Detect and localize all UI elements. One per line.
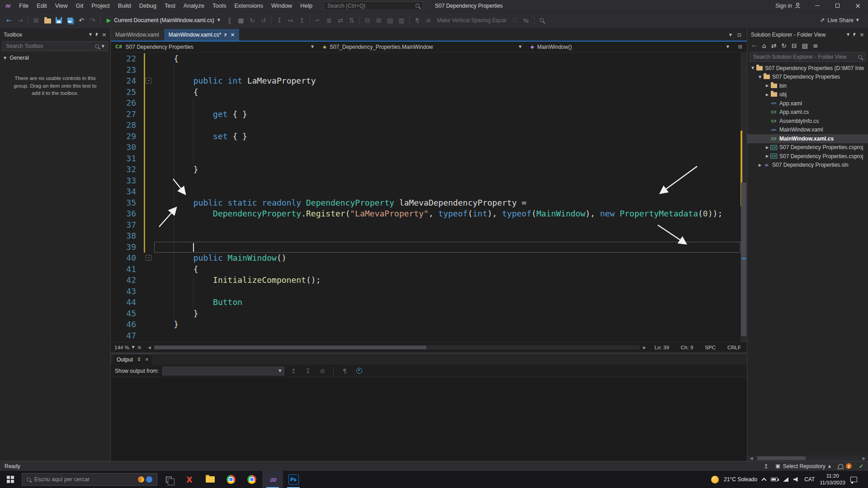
line-ending-indicator[interactable]: CRLF — [722, 345, 747, 350]
pin-icon[interactable] — [225, 33, 226, 37]
chevron-right-icon[interactable]: ▶ — [764, 154, 770, 158]
solution-explorer-horizontal-scrollbar[interactable]: ◀ ▶ — [747, 455, 868, 461]
tree-item-app-xaml-cs[interactable]: C#App.xaml.cs — [747, 108, 868, 117]
tree-item-mainwindow-xaml-cs[interactable]: C#MainWindow.xaml.cs — [747, 134, 868, 143]
code-line-26[interactable]: 26 — [111, 98, 741, 109]
sign-in-button[interactable]: Sign in — [769, 3, 807, 9]
class-dropdown[interactable]: ◈ S07_Dependency_Properties.MainWindow ▼ — [318, 42, 526, 52]
network-icon[interactable] — [783, 477, 788, 482]
sort-icon[interactable]: ⇅ — [346, 14, 357, 26]
tree-item-bin[interactable]: ▶bin — [747, 81, 868, 90]
taskbar-search-input[interactable]: Escriu aquí per cercar — [22, 473, 157, 486]
menu-debug[interactable]: Debug — [135, 0, 160, 11]
menu-help[interactable]: Help — [296, 0, 316, 11]
code-line-37[interactable]: 37 — [111, 220, 741, 231]
step-out-icon[interactable]: ↥ — [297, 14, 307, 26]
code-line-35[interactable]: 35 public static readonly DependencyProp… — [111, 197, 741, 209]
code-line-42[interactable]: 42 InitializeComponent(); — [111, 275, 741, 286]
zoom-control[interactable]: 144 % ▼ ◉ — [111, 344, 145, 350]
switch-views-icon[interactable]: ⇄ — [771, 42, 777, 49]
menu-build[interactable]: Build — [114, 0, 135, 11]
output-source-dropdown[interactable]: ▼ — [162, 366, 284, 375]
menu-git[interactable]: Git — [72, 0, 88, 11]
publish-icon[interactable]: ↥ — [764, 463, 768, 469]
menu-window[interactable]: Window — [267, 0, 296, 11]
tree-item-s07-dependency-properties-csproj[interactable]: ▶C#S07 Dependency Properties.csproj — [747, 143, 868, 152]
scrollbar-thumb[interactable] — [757, 456, 806, 460]
open-folder-icon[interactable] — [42, 14, 53, 26]
task-view-button[interactable] — [158, 471, 179, 488]
menu-file[interactable]: File — [15, 0, 33, 11]
tree-item-s07-dependency-properties-csproj[interactable]: ▶C#S07 Dependency Properties.csproj — [747, 152, 868, 161]
scrollbar-thumb[interactable] — [741, 183, 746, 336]
zoom-tool-icon[interactable] — [537, 14, 547, 26]
close-icon[interactable]: × — [859, 31, 864, 38]
pause-icon[interactable]: ‖ — [224, 14, 235, 26]
toolbox-group-general[interactable]: ▼ General — [0, 52, 110, 64]
close-icon[interactable]: × — [230, 32, 235, 38]
code-line-34[interactable]: 34 — [111, 186, 741, 197]
refresh-icon[interactable]: ↻ — [781, 42, 787, 49]
chevron-down-icon[interactable]: ▼ — [89, 33, 92, 37]
code-line-46[interactable]: 46 } — [111, 319, 741, 330]
next-message-icon[interactable]: ↧ — [302, 365, 313, 377]
scrollbar-thumb[interactable] — [154, 346, 426, 349]
code-line-40[interactable]: 40- public MainWindow() — [111, 253, 741, 264]
code-line-36[interactable]: 36 DependencyProperty.Register("LaMevaPr… — [111, 208, 741, 220]
tree-item-s07-dependency-properties[interactable]: ▼S07 Dependency Properties — [747, 73, 868, 82]
start-button[interactable] — [0, 471, 21, 488]
restart-icon[interactable]: ↻ — [247, 14, 258, 26]
taskbar-visual-studio-button[interactable]: ∞ — [262, 471, 283, 488]
scroll-right-icon[interactable]: ▶ — [860, 456, 868, 460]
chevron-down-icon[interactable]: ▼ — [757, 75, 763, 79]
save-all-icon[interactable] — [65, 14, 75, 26]
toolbox-search-input[interactable]: Search Toolbox ▼ — [2, 41, 108, 51]
tree-item-mainwindow-xaml[interactable]: </>MainWindow.xaml — [747, 126, 868, 135]
dock-icon[interactable]: ⇕ — [137, 357, 141, 362]
make-vertical-spacing-equal-button[interactable]: Make Vertical Spacing Equal — [437, 17, 506, 23]
chevron-right-icon[interactable]: ▶ — [764, 93, 770, 97]
properties-icon[interactable]: ≡ — [813, 42, 818, 49]
menu-tools[interactable]: Tools — [208, 0, 230, 11]
chevron-right-icon[interactable]: ▶ — [757, 163, 763, 167]
keyboard-language[interactable]: CAT — [804, 476, 815, 483]
menu-view[interactable]: View — [51, 0, 72, 11]
code-line-32[interactable]: 32 } — [111, 164, 741, 175]
fold-collapse-icon[interactable]: - — [146, 255, 151, 261]
taskbar-browser-button[interactable] — [241, 471, 262, 488]
word-wrap-icon[interactable]: ¶ — [339, 365, 350, 377]
live-share-button[interactable]: ⇗ Live Share ▼ — [815, 17, 864, 23]
code-editor[interactable]: 22 {2324- public int LaMevaProperty25 {2… — [111, 52, 747, 342]
save-icon[interactable] — [53, 14, 64, 26]
pin-icon[interactable] — [854, 33, 855, 36]
navigate-backward-icon[interactable]: ← — [4, 14, 14, 26]
minimize-button[interactable] — [807, 0, 827, 11]
lines-icon[interactable]: ≡ — [423, 14, 434, 26]
solution-explorer-search-input[interactable]: Search Solution Explorer - Folder View — [750, 52, 866, 62]
chevron-right-icon[interactable]: ▶ — [764, 145, 770, 150]
taskbar-file-explorer-button[interactable] — [200, 471, 221, 488]
tab-mainwindow-xaml[interactable]: MainWindow.xaml — [111, 29, 164, 41]
collapse-region-icon[interactable]: ⊟ — [738, 44, 742, 50]
swap-icon[interactable]: ⇄ — [335, 14, 346, 26]
taskbar-photoshop-button[interactable]: Ps — [283, 471, 304, 488]
menu-project[interactable]: Project — [87, 0, 113, 11]
battery-icon[interactable] — [771, 478, 778, 481]
tree-item-s07-dependency-properties-d-m07-inte[interactable]: ▼S07 Dependency Properties (D:\M07 Inte — [747, 64, 868, 73]
show-all-files-icon[interactable]: ▤ — [802, 42, 808, 49]
home-icon[interactable]: ⌂ — [762, 42, 766, 49]
stop-icon[interactable]: ■ — [236, 14, 246, 26]
menu-extensions[interactable]: Extensions — [230, 0, 267, 11]
scroll-right-icon[interactable]: ▶ — [641, 345, 649, 350]
code-line-31[interactable]: 31 — [111, 153, 741, 164]
tree-item-assemblyinfo-cs[interactable]: C#AssemblyInfo.cs — [747, 117, 868, 126]
fold-collapse-icon[interactable]: - — [146, 78, 151, 84]
previous-message-icon[interactable]: ↥ — [288, 365, 299, 377]
code-line-29[interactable]: 29 set { } — [111, 131, 741, 142]
pin-icon[interactable] — [96, 33, 98, 36]
collapse-icon[interactable]: ⊟ — [362, 14, 373, 26]
close-icon[interactable]: × — [102, 31, 107, 38]
code-line-23[interactable]: 23 — [111, 65, 741, 76]
volume-icon[interactable] — [793, 477, 799, 482]
notifications-button[interactable]: 2 — [838, 463, 852, 469]
